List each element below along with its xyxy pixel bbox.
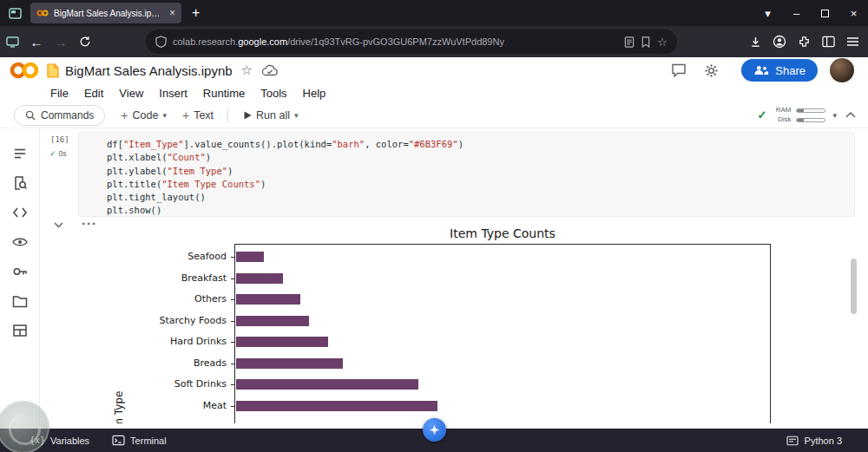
kernel-status[interactable]: Python 3	[786, 436, 842, 446]
terminal-label: Terminal	[130, 436, 167, 446]
output-options-icon[interactable]: ···	[82, 216, 97, 231]
new-tab-button[interactable]: +	[192, 5, 200, 21]
add-text-button[interactable]: + Text	[182, 108, 214, 122]
chart-bar	[236, 294, 300, 305]
chart-title: Item Type Counts	[234, 226, 771, 240]
navbar-right-icons	[743, 28, 865, 56]
chart-ytick-mark	[231, 406, 234, 407]
run-all-label: Run all	[256, 109, 290, 121]
plus-icon: +	[121, 108, 128, 122]
url-prefix: colab.research.	[173, 36, 238, 47]
maximize-icon	[821, 10, 829, 17]
add-text-label: Text	[194, 109, 214, 121]
chart-output: Item Type Counts Item Type SeafoodBreakf…	[106, 220, 777, 423]
resources-chevron-icon[interactable]: ▾	[832, 111, 837, 120]
code-line: plt.show()	[107, 204, 845, 217]
bookmark-star-icon[interactable]: ☆	[657, 36, 667, 49]
reload-button[interactable]	[73, 28, 97, 56]
spark-icon	[429, 424, 440, 436]
terminal-icon	[112, 435, 125, 446]
reader-view-icon[interactable]	[624, 36, 635, 48]
run-all-button[interactable]: Run all ▾	[244, 109, 298, 121]
notebook-title[interactable]: BigMart Sales Analysis.ipynb	[65, 63, 233, 78]
star-notebook-icon[interactable]: ☆	[241, 62, 253, 78]
resource-monitor[interactable]: RAM Disk	[775, 107, 825, 123]
menu-tools[interactable]: Tools	[253, 87, 294, 100]
back-button[interactable]: ←	[24, 28, 49, 56]
sidebar-item-code-snippets[interactable]	[5, 198, 35, 227]
kernel-icon	[786, 436, 799, 446]
gemini-button[interactable]	[423, 418, 446, 442]
menu-hamburger-icon[interactable]	[840, 28, 865, 56]
chart-ytick-mark	[231, 342, 234, 343]
people-icon	[753, 65, 769, 75]
menu-bar: FileEditViewInsertRuntimeToolsHelp	[0, 83, 868, 102]
save-page-icon[interactable]	[641, 36, 651, 48]
toolbar-divider	[227, 108, 228, 122]
add-code-button[interactable]: + Code ▾	[121, 108, 167, 122]
sidebar-item-find-replace[interactable]	[5, 168, 35, 198]
window-maximize-button[interactable]	[811, 0, 839, 26]
sidebar-item-data-table[interactable]	[5, 316, 35, 345]
notebook-content: [16] ✓ 0s df["Item_Type"].value_counts()…	[0, 128, 868, 429]
share-button[interactable]: Share	[741, 59, 818, 82]
chevron-down-icon: ▾	[162, 111, 167, 120]
menu-runtime[interactable]: Runtime	[195, 87, 253, 100]
chart-ytick-mark	[231, 364, 234, 364]
chart-ytick-mark	[231, 384, 234, 385]
menu-insert[interactable]: Insert	[151, 87, 195, 100]
code-cell[interactable]: df["Item_Type"].value_counts().plot(kind…	[78, 132, 855, 217]
chevron-down-icon	[54, 222, 63, 228]
collapse-toolbar-button[interactable]	[845, 112, 856, 118]
extensions-icon[interactable]	[792, 28, 816, 56]
footer-bar: {x} Variables Terminal Python 3	[0, 429, 868, 452]
downloads-icon[interactable]	[743, 28, 767, 56]
url-path: /drive/1q93TvRG-pvGO3GU6PM7zzWuVtPdd89Ny	[287, 36, 504, 47]
url-text: colab.research.google.com/drive/1q93TvRG…	[173, 36, 504, 47]
menu-edit[interactable]: Edit	[76, 87, 111, 100]
settings-gear-icon[interactable]	[704, 63, 719, 78]
chart-bar	[236, 337, 328, 347]
collapse-output-button[interactable]	[54, 222, 63, 228]
execution-time: ✓ 0s	[49, 149, 67, 158]
url-bar[interactable]: colab.research.google.com/drive/1q93TvRG…	[146, 29, 677, 54]
chart-ytick-mark	[231, 299, 234, 300]
search-icon	[25, 110, 36, 121]
colab-header: BigMart Sales Analysis.ipynb ☆ Share	[0, 57, 868, 83]
tab-list-chevron-icon[interactable]: ▾	[753, 0, 782, 26]
find-replace-icon	[12, 175, 28, 191]
folder-icon	[12, 295, 28, 308]
eye-icon	[12, 237, 28, 247]
sidebar-item-files[interactable]	[5, 286, 35, 316]
chevron-down-icon: ▾	[294, 111, 299, 120]
screen-share-icon[interactable]	[0, 28, 24, 56]
chart-bar	[236, 401, 437, 411]
comments-icon[interactable]	[671, 63, 687, 77]
code-editor[interactable]: df["Item_Type"].value_counts().plot(kind…	[107, 138, 845, 217]
play-icon	[244, 111, 252, 120]
commands-button[interactable]: Commands	[14, 105, 105, 126]
chart-bar	[236, 273, 283, 284]
user-avatar[interactable]	[830, 58, 854, 82]
browser-tab[interactable]: BigMart Sales Analysis.ipynb ×	[30, 3, 181, 23]
colab-logo[interactable]	[9, 60, 40, 81]
account-icon[interactable]	[767, 28, 792, 56]
url-domain: google.com	[238, 36, 287, 47]
sidebar-item-table-of-contents[interactable]	[5, 139, 35, 168]
window-minimize-button[interactable]: –	[782, 0, 811, 26]
forward-button[interactable]: →	[49, 28, 73, 56]
window-close-button[interactable]: ×	[839, 0, 868, 26]
code-line: plt.xlabel("Count")	[107, 151, 845, 164]
menu-file[interactable]: File	[43, 87, 76, 100]
terminal-button[interactable]: Terminal	[112, 435, 167, 446]
tab-close-icon[interactable]: ×	[169, 8, 175, 18]
scrollbar[interactable]	[851, 259, 857, 314]
menu-help[interactable]: Help	[295, 87, 334, 100]
commands-label: Commands	[41, 109, 94, 121]
sidebar-item-secrets[interactable]	[5, 257, 35, 286]
sidebar-panel-icon[interactable]	[816, 28, 840, 56]
menu-view[interactable]: View	[111, 87, 151, 100]
kernel-connected-check-icon: ✓	[758, 108, 767, 121]
shield-icon[interactable]	[155, 36, 167, 48]
sidebar-item-scratchpad[interactable]	[5, 227, 35, 257]
